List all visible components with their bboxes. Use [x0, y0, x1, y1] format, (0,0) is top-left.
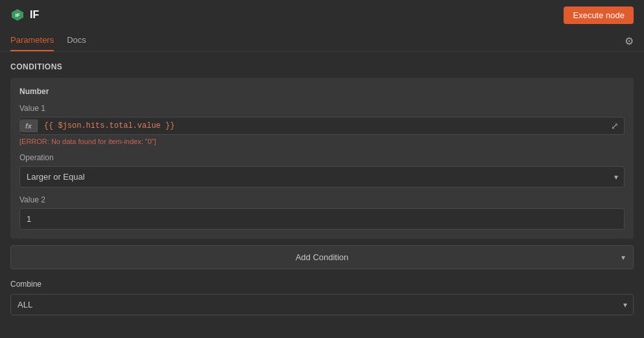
add-condition-chevron-icon: ▾: [621, 253, 625, 262]
expand-icon[interactable]: ⤢: [606, 118, 624, 134]
operation-select-wrapper: Larger or Equal Smaller or Equal Equal N…: [19, 166, 625, 187]
content-area: Conditions Number Value 1 fx {{ $json.hi…: [0, 52, 644, 335]
if-node-icon: IF: [10, 8, 25, 22]
tab-parameters[interactable]: Parameters: [10, 30, 54, 51]
execute-node-button[interactable]: Execute node: [564, 6, 634, 24]
value1-error: [ERROR: No data found for item-index: "0…: [19, 138, 625, 145]
header-left: IF IF: [10, 8, 39, 22]
tabs-bar: Parameters Docs ⚙: [0, 30, 644, 52]
conditions-label: Conditions: [10, 62, 634, 71]
operation-label: Operation: [19, 153, 625, 162]
header: IF IF Execute node: [0, 0, 644, 30]
add-condition-label: Add Condition: [296, 252, 349, 262]
settings-icon[interactable]: ⚙: [625, 34, 634, 47]
value1-expression: {{ $json.hits.total.value }}: [38, 117, 606, 134]
value1-label: Value 1: [19, 104, 625, 113]
value2-input[interactable]: [19, 208, 625, 230]
group-title: Number: [19, 87, 625, 96]
operation-select[interactable]: Larger or Equal Smaller or Equal Equal N…: [19, 166, 625, 187]
tab-docs[interactable]: Docs: [67, 30, 86, 51]
condition-group: Number Value 1 fx {{ $json.hits.total.va…: [10, 78, 634, 239]
fx-badge: fx: [20, 119, 38, 132]
value2-label: Value 2: [19, 195, 625, 204]
page-title: IF: [30, 9, 39, 21]
combine-section: Combine ALL ANY ▾: [10, 280, 634, 315]
combine-label: Combine: [10, 280, 634, 289]
combine-select[interactable]: ALL ANY: [10, 294, 634, 315]
svg-text:IF: IF: [15, 12, 19, 18]
value1-input-wrapper: fx {{ $json.hits.total.value }} ⤢: [19, 117, 625, 135]
add-condition-button[interactable]: Add Condition ▾: [10, 245, 634, 269]
combine-select-wrapper: ALL ANY ▾: [10, 294, 634, 315]
